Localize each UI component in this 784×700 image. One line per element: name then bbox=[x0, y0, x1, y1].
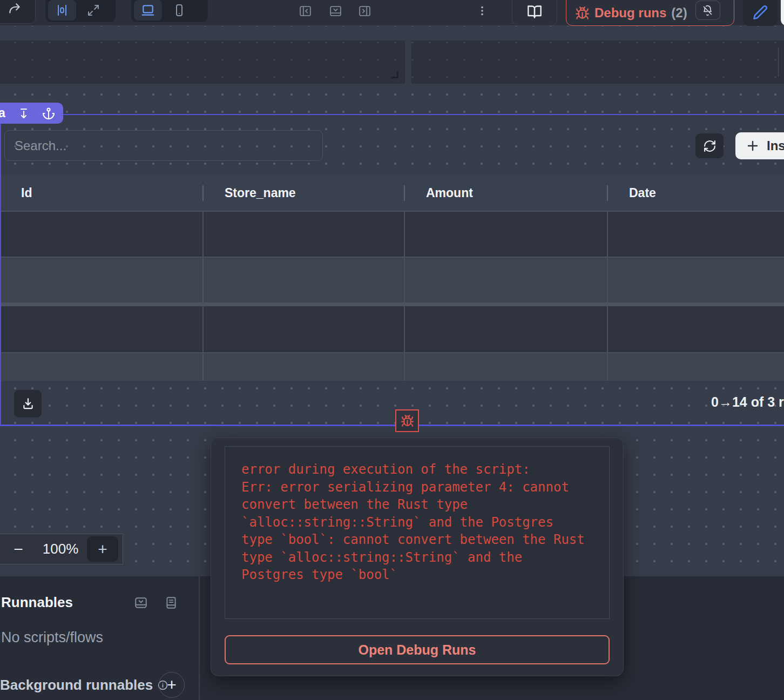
download-icon bbox=[21, 397, 35, 411]
data-table[interactable]: Id Store_name Amount Date bbox=[0, 176, 784, 381]
panel-left-icon bbox=[299, 4, 312, 18]
toggle-left-panel-button[interactable] bbox=[298, 3, 313, 18]
table-cell bbox=[204, 353, 405, 381]
edit-button[interactable] bbox=[743, 0, 778, 26]
open-debug-runs-button[interactable]: Open Debug Runs bbox=[225, 635, 610, 664]
laptop-icon bbox=[141, 3, 155, 17]
collapse-panel-icon[interactable] bbox=[134, 596, 148, 610]
centered-layout-button[interactable] bbox=[48, 0, 76, 21]
canvas-zoom-control: − 100% + bbox=[0, 534, 123, 564]
smartphone-icon bbox=[173, 4, 186, 17]
table-row[interactable] bbox=[0, 306, 784, 352]
column-header-amount[interactable]: Amount bbox=[405, 176, 608, 211]
error-message: error during execution of the script: Er… bbox=[241, 461, 593, 584]
column-header-id[interactable]: Id bbox=[0, 176, 204, 211]
panel-right-icon bbox=[358, 4, 371, 18]
more-options-button[interactable] bbox=[474, 1, 490, 21]
logs-icon[interactable] bbox=[164, 596, 178, 610]
table-cell bbox=[405, 212, 608, 257]
table-cell bbox=[204, 306, 405, 352]
component-error-badge[interactable] bbox=[395, 409, 419, 432]
table-row[interactable] bbox=[0, 352, 784, 381]
zoom-level: 100% bbox=[37, 541, 84, 557]
kebab-menu-icon bbox=[476, 4, 488, 18]
selection-border-top bbox=[0, 114, 784, 115]
table-cell bbox=[608, 258, 784, 302]
table-cell bbox=[608, 212, 784, 257]
component-chip[interactable]: a bbox=[0, 103, 63, 124]
debug-runs-label: Debug runs bbox=[594, 6, 666, 20]
table-cell bbox=[405, 353, 608, 381]
table-cell bbox=[608, 306, 784, 352]
background-runnables-title: Background runnables bbox=[0, 677, 168, 694]
expand-icon bbox=[87, 4, 100, 17]
full-width-button[interactable] bbox=[79, 0, 107, 21]
debug-runs-count: (2) bbox=[671, 6, 687, 20]
width-mode-group bbox=[45, 0, 116, 22]
divider bbox=[778, 48, 779, 77]
book-open-icon bbox=[527, 4, 542, 19]
zoom-out-button[interactable]: − bbox=[0, 540, 37, 558]
column-header-store-name[interactable]: Store_name bbox=[204, 176, 405, 211]
debug-runs-button[interactable]: Debug runs (2) bbox=[566, 0, 734, 26]
bug-icon bbox=[401, 414, 414, 428]
table-cell bbox=[608, 353, 784, 381]
zoom-in-button[interactable]: + bbox=[87, 536, 118, 562]
bug-icon bbox=[575, 6, 590, 21]
runnables-title: Runnables bbox=[1, 594, 73, 611]
empty-container-right[interactable]: (1) bbox=[411, 41, 784, 84]
table-refresh-button[interactable] bbox=[695, 133, 724, 158]
table-cell bbox=[204, 212, 405, 257]
desktop-view-button[interactable] bbox=[134, 0, 162, 21]
toggle-bottom-panel-button[interactable] bbox=[328, 3, 343, 18]
device-mode-group bbox=[131, 0, 208, 22]
table-search-input[interactable] bbox=[4, 130, 323, 161]
column-header-date[interactable]: Date bbox=[608, 176, 784, 211]
add-background-runnable-button[interactable]: + bbox=[159, 672, 185, 698]
align-center-bars-icon bbox=[56, 4, 69, 17]
insert-row-button[interactable]: Ins bbox=[735, 132, 784, 159]
runnables-empty-state: No scripts/flows bbox=[1, 629, 103, 646]
mute-notifications-button[interactable] bbox=[695, 1, 720, 20]
pencil-icon bbox=[753, 5, 768, 20]
plus-icon: + bbox=[167, 676, 177, 694]
background-runnables-label: Background runnables bbox=[0, 677, 153, 694]
component-id: a bbox=[0, 106, 5, 120]
table-cell bbox=[0, 306, 204, 352]
anchor-icon[interactable] bbox=[42, 107, 55, 120]
panel-divider bbox=[199, 576, 200, 700]
mobile-view-button[interactable] bbox=[165, 0, 193, 21]
table-cell bbox=[204, 258, 405, 302]
table-cell bbox=[405, 258, 608, 302]
table-cell bbox=[0, 212, 204, 257]
redo-button[interactable] bbox=[0, 0, 36, 24]
empty-container-left[interactable] bbox=[0, 41, 405, 84]
table-row[interactable] bbox=[0, 257, 784, 302]
plus-icon bbox=[746, 139, 759, 152]
selection-border-bottom bbox=[0, 425, 784, 426]
row-separator bbox=[0, 302, 784, 306]
selection-border-left bbox=[0, 114, 1, 426]
edge-partial-button[interactable]: E bbox=[781, 0, 784, 26]
top-toolbar: Debug runs (2) E bbox=[0, 0, 784, 26]
download-csv-button[interactable] bbox=[14, 390, 42, 418]
pagination-status: 0→14 of 3 ro bbox=[711, 394, 784, 410]
error-message-box: error during execution of the script: Er… bbox=[225, 446, 610, 619]
panel-bottom-icon bbox=[329, 4, 342, 18]
refresh-icon bbox=[703, 139, 717, 153]
arrow-down-to-line-icon[interactable] bbox=[17, 107, 30, 120]
table-row[interactable] bbox=[0, 211, 784, 257]
resize-handle[interactable] bbox=[391, 71, 398, 78]
insert-row-label: Ins bbox=[767, 138, 784, 153]
redo-icon bbox=[8, 2, 22, 16]
toggle-right-panel-button[interactable] bbox=[357, 3, 372, 18]
table-cell bbox=[405, 306, 608, 352]
table-cell bbox=[0, 353, 204, 381]
error-popover: error during execution of the script: Er… bbox=[211, 437, 624, 676]
table-header-row: Id Store_name Amount Date bbox=[0, 176, 784, 211]
docs-button[interactable] bbox=[512, 0, 557, 26]
table-cell bbox=[0, 258, 204, 302]
bell-off-icon bbox=[702, 5, 713, 16]
runnables-actions bbox=[134, 596, 178, 610]
